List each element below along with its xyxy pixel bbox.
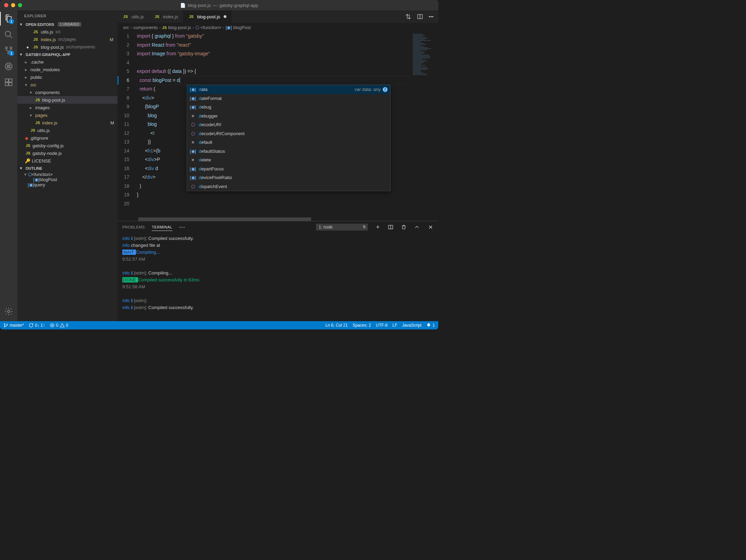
- more-icon[interactable]: •••: [429, 14, 433, 19]
- terminal-tab[interactable]: TERMINAL: [152, 225, 172, 231]
- outline-item[interactable]: [◉]blogPost: [17, 177, 118, 182]
- file-item[interactable]: 🔑LICENSE: [17, 157, 118, 165]
- svg-rect-6: [5, 79, 8, 82]
- intellisense-popup[interactable]: [◉]datavar data: anyi[◉]dateFormat[◉]deb…: [187, 85, 391, 191]
- folder-item[interactable]: ▾components: [17, 88, 118, 96]
- breadcrumb-item[interactable]: src: [123, 25, 129, 30]
- language-mode[interactable]: JavaScript: [402, 323, 421, 328]
- scm-badge: 1: [9, 50, 14, 56]
- problems-tab[interactable]: PROBLEMS: [122, 225, 145, 229]
- bottom-panel: PROBLEMS TERMINAL ••• 1: node + ✕ info ℹ…: [118, 221, 438, 321]
- file-item[interactable]: JSindex.jsM: [17, 119, 118, 127]
- file-item[interactable]: JSgatsby-node.js: [17, 149, 118, 157]
- line-indicator: [118, 76, 119, 85]
- breadcrumb-item[interactable]: components: [133, 25, 158, 30]
- debug-tab[interactable]: [4, 62, 13, 71]
- activity-bar: 1 1: [0, 10, 17, 321]
- line-numbers: 1234567891011121314151617181920: [118, 32, 136, 217]
- suggestion-item[interactable]: [◉]defaultStatus: [187, 147, 390, 156]
- indentation[interactable]: Spaces: 2: [353, 323, 371, 328]
- maximize-window[interactable]: [18, 3, 22, 7]
- notifications-icon[interactable]: 1: [426, 323, 435, 328]
- explorer-badge: 1: [9, 19, 14, 24]
- close-window[interactable]: [4, 3, 8, 7]
- panel-tabs: PROBLEMS TERMINAL ••• 1: node + ✕: [118, 221, 438, 233]
- git-branch[interactable]: master*: [3, 323, 24, 328]
- errors-count[interactable]: 0 0: [50, 323, 68, 328]
- titlebar: 📄 blog-post.js — gatsby-graphql-app: [0, 0, 438, 10]
- close-panel-icon[interactable]: ✕: [427, 224, 433, 231]
- outline-item[interactable]: [◉]query: [17, 182, 118, 187]
- file-icon: 📄: [180, 3, 186, 8]
- svg-point-13: [4, 324, 5, 325]
- editor-tab[interactable]: JSblog-post.js: [183, 10, 231, 23]
- folder-item[interactable]: ▾pages: [17, 111, 118, 119]
- terminal-select[interactable]: 1: node: [316, 224, 368, 231]
- more-icon[interactable]: •••: [179, 225, 186, 229]
- suggestion-item[interactable]: ⬡dispatchEvent: [187, 182, 390, 191]
- suggestion-item[interactable]: ⬡decodeURI: [187, 120, 390, 129]
- open-editor-item[interactable]: ●JSblog-post.jssrc/components: [17, 43, 118, 51]
- suggestion-item[interactable]: ≡debugger: [187, 112, 390, 121]
- svg-point-2: [10, 47, 12, 49]
- sidebar: EXPLORER ▾ OPEN EDITORS 1 UNSAVED JSutil…: [17, 10, 118, 321]
- file-item[interactable]: JSgatsby-config.js: [17, 142, 118, 149]
- breadcrumb-item[interactable]: ⬡ <function>: [195, 25, 221, 30]
- breadcrumb-item[interactable]: JSblog-post.js: [162, 25, 191, 30]
- code-editor[interactable]: 1234567891011121314151617181920 import {…: [118, 32, 438, 217]
- git-sync[interactable]: 0↓ 1↑: [29, 323, 45, 328]
- project-label: GATSBY-GRAPHQL-APP: [26, 53, 70, 57]
- eol[interactable]: LF: [392, 323, 397, 328]
- open-editors-section[interactable]: ▾ OPEN EDITORS 1 UNSAVED: [17, 21, 118, 28]
- horizontal-scrollbar[interactable]: [118, 217, 438, 221]
- svg-point-10: [8, 310, 10, 313]
- window-title: 📄 blog-post.js — gatsby-graphql-app: [180, 3, 258, 8]
- file-item[interactable]: JSblog-post.js: [17, 96, 118, 104]
- minimize-window[interactable]: [11, 3, 15, 7]
- suggestion-item[interactable]: [◉]datavar data: anyi: [187, 85, 390, 94]
- project-section[interactable]: ▾ GATSBY-GRAPHQL-APP: [17, 51, 118, 58]
- compare-icon[interactable]: [405, 13, 411, 20]
- suggestion-item[interactable]: ≡default: [187, 138, 390, 147]
- scm-tab[interactable]: 1: [4, 46, 13, 55]
- split-editor-icon[interactable]: [417, 13, 423, 20]
- folder-item[interactable]: ▸.cache: [17, 58, 118, 66]
- suggestion-item[interactable]: ≡delete: [187, 156, 390, 165]
- folder-item[interactable]: ▸public: [17, 73, 118, 81]
- breadcrumb[interactable]: src›components›JSblog-post.js›⬡ <functio…: [118, 23, 438, 32]
- suggestion-item[interactable]: ⬡decodeURIComponent: [187, 129, 390, 138]
- split-terminal-icon[interactable]: [388, 224, 394, 230]
- suggestion-item[interactable]: [◉]dateFormat: [187, 94, 390, 103]
- open-editors-label: OPEN EDITORS: [26, 22, 54, 27]
- folder-item[interactable]: ▾src: [17, 81, 118, 88]
- outline-item[interactable]: ▾ ⬡<function>: [17, 172, 118, 177]
- sidebar-title: EXPLORER: [17, 10, 118, 21]
- new-terminal-icon[interactable]: +: [375, 224, 381, 231]
- terminal-output[interactable]: info ℹ [wdm]: Compiled successfully.info…: [118, 233, 438, 321]
- outline-section[interactable]: ▾ OUTLINE: [17, 165, 118, 172]
- settings-gear-icon[interactable]: [4, 307, 13, 316]
- suggestion-item[interactable]: [◉]debug: [187, 103, 390, 112]
- title-file: blog-post.js: [188, 3, 211, 8]
- maximize-panel-icon[interactable]: [414, 224, 420, 230]
- extensions-tab[interactable]: [4, 77, 13, 87]
- minimap[interactable]: [411, 32, 438, 217]
- editor-tab[interactable]: JSutils.js: [118, 10, 149, 23]
- cursor-position[interactable]: Ln 6, Col 21: [325, 323, 348, 328]
- breadcrumb-item[interactable]: [◉] blogPost: [226, 25, 251, 30]
- folder-item[interactable]: ▸node_modules: [17, 66, 118, 73]
- explorer-tab[interactable]: 1: [4, 14, 13, 24]
- editor-tab[interactable]: JSindex.js: [149, 10, 183, 23]
- encoding[interactable]: UTF-8: [376, 323, 388, 328]
- open-editor-item[interactable]: JSindex.jssrc/pagesM: [17, 36, 118, 43]
- trash-icon[interactable]: [401, 224, 407, 230]
- suggestion-item[interactable]: [◉]devicePixelRatio: [187, 173, 390, 182]
- file-item[interactable]: ◆.gitignore: [17, 134, 118, 142]
- editor-tabs: JSutils.jsJSindex.jsJSblog-post.js •••: [118, 10, 438, 23]
- suggestion-item[interactable]: [◉]departFocus: [187, 165, 390, 174]
- svg-point-15: [7, 324, 8, 325]
- file-item[interactable]: JSutils.js: [17, 127, 118, 134]
- open-editor-item[interactable]: JSutils.jssrc: [17, 28, 118, 36]
- folder-item[interactable]: ▸images: [17, 104, 118, 111]
- search-tab[interactable]: [4, 30, 13, 39]
